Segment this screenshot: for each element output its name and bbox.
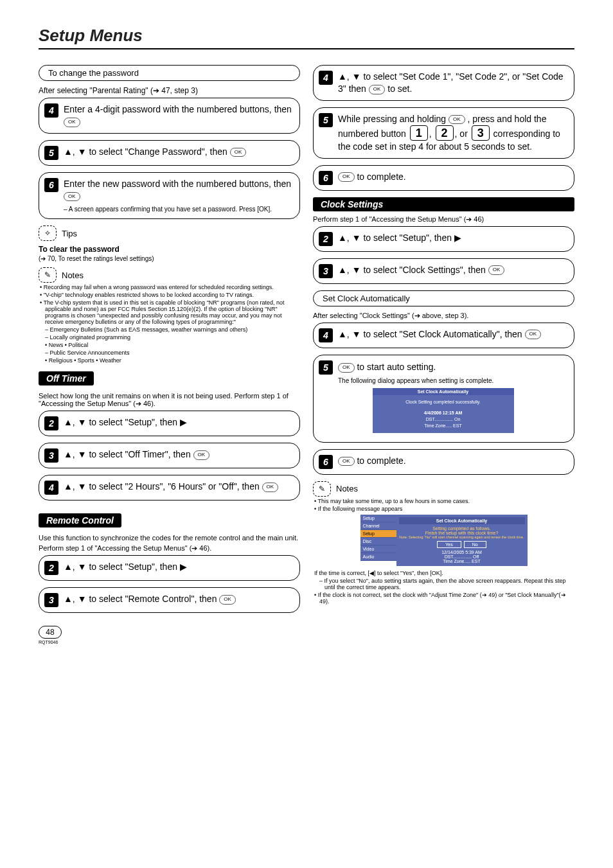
osd-line: Clock Setting completed successfully. bbox=[377, 399, 510, 405]
osd-line: 12/14/2005 5:39 AM bbox=[399, 550, 525, 554]
osd-dialog-1: Set Clock Automatically Clock Setting co… bbox=[373, 388, 514, 433]
clock-notes-list: This may take some time, up to a few hou… bbox=[313, 498, 574, 512]
notes-label: Notes bbox=[336, 484, 358, 493]
left-column: To change the password After selecting "… bbox=[39, 65, 300, 644]
ok-icon: OK bbox=[449, 115, 465, 125]
step-number-icon: 3 bbox=[319, 264, 333, 278]
ok-icon: OK bbox=[64, 192, 80, 202]
osd-dialog-2: Setup Channel Setup Disc Video Audio Set… bbox=[360, 515, 528, 566]
clock-step-3-text: ▲, ▼ to select "Clock Settings", then bbox=[338, 265, 488, 275]
note-item: "V-chip" technology enables restricted s… bbox=[39, 292, 300, 298]
key-1-icon: 1 bbox=[410, 125, 428, 141]
sca-step-6: 6 OK to complete. bbox=[313, 449, 574, 475]
off-timer-step-4-text: ▲, ▼ to select "2 Hours", "6 Hours" or "… bbox=[64, 481, 262, 492]
ok-icon: OK bbox=[262, 483, 279, 492]
ok-icon: OK bbox=[338, 172, 355, 182]
step-number-icon: 6 bbox=[319, 455, 333, 469]
clock-step-2-text: ▲, ▼ to select "Setup", then ▶ bbox=[338, 232, 461, 244]
sca-step-4: 4 ▲, ▼ to select "Set Clock Automaticall… bbox=[313, 323, 574, 348]
note-item: If the clock is not correct, set the clo… bbox=[313, 592, 574, 605]
set-code-step-5: 5 While pressing and holding OK , press … bbox=[313, 107, 574, 159]
osd-main-panel: Set Clock Automatically Setting complete… bbox=[396, 515, 528, 566]
step-number-icon: 6 bbox=[44, 178, 58, 192]
set-clock-auto-header: Set Clock Automatically bbox=[313, 290, 574, 306]
step-number-icon: 2 bbox=[44, 561, 58, 575]
step-6-new-password: 6 Enter the new password with the number… bbox=[39, 172, 300, 219]
remote-control-title: Remote Control bbox=[39, 513, 121, 527]
off-timer-title: Off Timer bbox=[39, 371, 94, 385]
step-number-icon: 4 bbox=[319, 71, 333, 85]
osd-side-menu: Setup Channel Setup Disc Video Audio bbox=[360, 515, 396, 566]
step-6-text: Enter the new password with the numbered… bbox=[64, 179, 291, 189]
step-number-icon: 3 bbox=[44, 448, 58, 463]
note-item: Recording may fail when a wrong password… bbox=[39, 284, 300, 290]
step-number-icon: 4 bbox=[44, 103, 58, 118]
remote-control-intro-2: Perform step 1 of "Accessing the Setup M… bbox=[39, 544, 300, 553]
off-timer-step-2-text: ▲, ▼ to select "Setup", then ▶ bbox=[64, 416, 187, 429]
osd-line: Time Zone..... EST bbox=[377, 423, 510, 429]
step-number-icon: 5 bbox=[319, 113, 333, 127]
set-code-step-6: 6 OK to complete. bbox=[313, 165, 574, 191]
osd-line: Note: Selecting "No" will start channel … bbox=[399, 535, 525, 539]
sca-step-4-text: ▲, ▼ to select "Set Clock Automatically"… bbox=[338, 329, 525, 339]
ok-icon: OK bbox=[219, 595, 236, 605]
notes-label: Notes bbox=[62, 270, 84, 280]
osd-side-item: Video bbox=[360, 545, 396, 553]
ok-icon: OK bbox=[338, 457, 355, 466]
change-password-after: After selecting "Parental Rating" (➔ 47,… bbox=[39, 86, 300, 95]
osd-yes-button: Yes bbox=[437, 541, 461, 548]
right-column: 4 ▲, ▼ to select "Set Code 1", "Set Code… bbox=[313, 65, 574, 644]
set-clock-auto-after: After selecting "Clock Settings" (➔ abov… bbox=[313, 312, 574, 320]
remote-control-step-3-text: ▲, ▼ to select "Remote Control", then bbox=[64, 594, 219, 604]
osd-title: Set Clock Automatically bbox=[399, 517, 525, 524]
note-subitem: Public Service Announcements bbox=[39, 350, 300, 356]
osd-side-item: Setup bbox=[360, 515, 396, 522]
key-3-icon: 3 bbox=[472, 125, 490, 141]
note-subitem: If you select "No", auto setting starts … bbox=[313, 578, 574, 590]
set-code-step-5a: While pressing and holding bbox=[338, 114, 449, 124]
ok-icon: OK bbox=[525, 330, 542, 339]
footer-code: RQT9046 bbox=[39, 640, 300, 644]
ok-icon: OK bbox=[369, 85, 386, 94]
osd-side-item: Audio bbox=[360, 553, 396, 561]
sca-step-5-sub: The following dialog appears when settin… bbox=[338, 377, 567, 384]
step-number-icon: 2 bbox=[44, 416, 58, 430]
note-item: If the following message appears bbox=[313, 506, 574, 512]
osd-line: Finish the setup with this clock time? bbox=[399, 531, 525, 535]
notes-list: Recording may fail when a wrong password… bbox=[39, 284, 300, 364]
tips-label: Tips bbox=[62, 229, 77, 238]
step-5-text: ▲, ▼ to select "Change Password", then bbox=[64, 146, 230, 157]
remote-control-step-2: 2 ▲, ▼ to select "Setup", then ▶ bbox=[39, 555, 300, 581]
note-item: This may take some time, up to a few hou… bbox=[313, 498, 574, 504]
off-timer-step-4: 4 ▲, ▼ to select "2 Hours", "6 Hours" or… bbox=[39, 475, 300, 500]
osd-side-item-selected: Setup bbox=[360, 530, 396, 538]
osd-line: DST............... Off bbox=[399, 554, 525, 559]
remote-control-step-3: 3 ▲, ▼ to select "Remote Control", then … bbox=[39, 587, 300, 613]
osd-line: DST............... On bbox=[377, 416, 510, 423]
step-number-icon: 3 bbox=[44, 593, 58, 607]
step-number-icon: 5 bbox=[44, 146, 58, 160]
note-subitem: Emergency Bulletins (Such as EAS message… bbox=[39, 326, 300, 333]
osd-no-button: No bbox=[464, 541, 486, 548]
sca-step-6-text: to complete. bbox=[357, 456, 405, 466]
step-number-icon: 5 bbox=[319, 360, 333, 375]
step-number-icon: 2 bbox=[319, 232, 333, 246]
off-timer-step-2: 2 ▲, ▼ to select "Setup", then ▶ bbox=[39, 411, 300, 436]
step-number-icon: 4 bbox=[319, 328, 333, 342]
page-title: Setup Menus bbox=[39, 26, 574, 49]
ok-icon: OK bbox=[64, 118, 80, 127]
tips-body: (➔ 70, To reset the ratings level settin… bbox=[39, 255, 300, 262]
tips-title: To clear the password bbox=[39, 245, 300, 254]
step-number-icon: 4 bbox=[44, 481, 58, 495]
notes-icon: ✎ bbox=[39, 267, 57, 283]
note-subitem: • Religious • Sports • Weather bbox=[39, 357, 300, 364]
clock-step-2: 2 ▲, ▼ to select "Setup", then ▶ bbox=[313, 226, 574, 252]
change-password-header: To change the password bbox=[39, 65, 300, 81]
note-subitem: Locally originated programming bbox=[39, 334, 300, 341]
set-code-step-6-text: to complete. bbox=[357, 172, 405, 182]
clock-step-3: 3 ▲, ▼ to select "Clock Settings", then … bbox=[313, 258, 574, 284]
step-4-text: Enter a 4-digit password with the number… bbox=[64, 104, 292, 114]
step-5-change-password: 5 ▲, ▼ to select "Change Password", then… bbox=[39, 140, 300, 166]
step-number-icon: 6 bbox=[319, 171, 333, 185]
sca-step-5-text: to start auto setting. bbox=[357, 362, 436, 372]
